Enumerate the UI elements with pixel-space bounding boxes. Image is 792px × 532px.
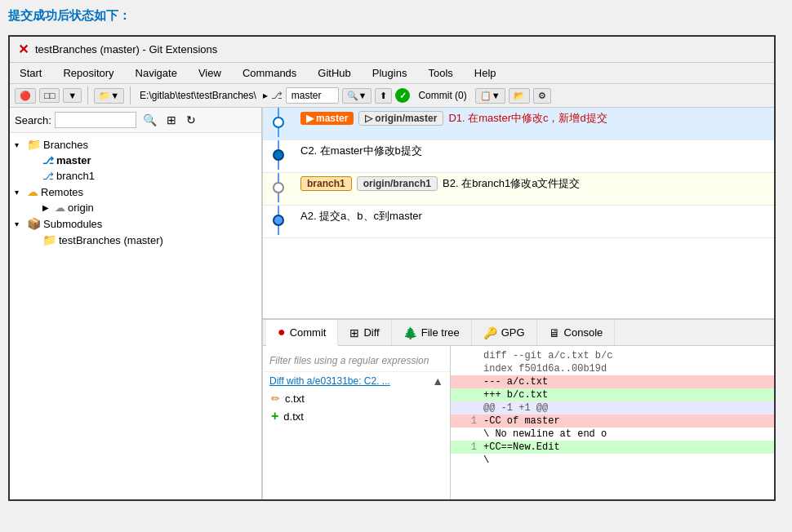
toolbar-push-btn[interactable]: ⬆ [375,88,392,104]
menu-tools[interactable]: Tools [425,65,456,81]
branch1-label: branch1 [56,170,95,182]
menu-plugins[interactable]: Plugins [369,65,411,81]
filetree-icon: 🌲 [403,326,417,339]
commit-dot-icon: ● [278,325,286,339]
toolbar-fetch-btn[interactable]: 🔍▼ [342,88,372,104]
tab-bar: ● Commit ⊞ Diff 🌲 File tree 🔑 GPG [263,320,774,346]
window-title: testBranches (master) - Git Extensions [35,43,217,55]
toolbar-btn-2[interactable]: □□ [39,88,60,103]
search-options-icon[interactable]: ⊞ [163,113,180,127]
tree-panel: ▾ 📁 Branches ⎇ master ⎇ branch1 ▾ ☁ Remo… [10,133,261,499]
diff-line-num: 1 [457,441,477,453]
tab-console-label: Console [564,326,603,339]
graph-svg-4 [266,206,291,235]
svg-point-7 [274,215,283,225]
toolbar-btn-3[interactable]: ▼ [63,88,82,103]
toolbar-btn-folder[interactable]: 📁▼ [94,88,124,104]
table-row[interactable]: C2. 在master中修改b提交 [263,140,774,173]
toolbar-sep-2 [130,86,131,104]
svg-point-3 [274,150,283,160]
toolbar-btn-1[interactable]: 🔴 [15,88,36,104]
graph-cell-2 [263,140,294,173]
search-input[interactable] [55,112,136,128]
menu-repository[interactable]: Repository [60,65,117,81]
right-panel: ▶ master ▷ origin/master D1. 在master中修改c… [263,108,774,499]
remotes-label: Remotes [41,186,83,198]
diff-panel: diff --git a/c.txt b/c index f501d6a..00… [451,346,774,499]
diff-line: 1 +CC==New.Edit [451,441,774,454]
label-branch1: branch1 [300,176,352,191]
commit-message-4: A2. 提交a、b、c到master [300,209,422,224]
tree-submodules-root[interactable]: ▾ 📦 Submodules [10,215,261,232]
svg-point-1 [274,117,283,127]
menu-github[interactable]: GitHub [314,65,354,81]
graph-svg-3 [266,173,291,202]
search-refresh-icon[interactable]: ↻ [183,113,199,127]
toolbar-branch-text: master [291,90,322,101]
toolbar-branch-dropdown[interactable]: master [286,87,339,104]
tab-console[interactable]: 🖥 Console [537,320,616,345]
diff-line-num [457,454,477,466]
diff-with-text[interactable]: Diff with a/e03131be: C2. ... [269,375,390,387]
master-branch-icon: ⎇ [42,155,54,166]
table-row[interactable]: branch1 origin/branch1 B2. 在branch1修改a文件… [263,173,774,206]
menu-bar: Start Repository Navigate View Commands … [10,63,774,84]
commit-row-1-labels: ▶ master ▷ origin/master D1. 在master中修改c… [294,108,774,129]
tree-testbranches-submodule[interactable]: 📁 testBranches (master) [10,232,261,248]
table-row[interactable]: A2. 提交a、b、c到master [263,206,774,238]
table-row[interactable]: ▶ master ▷ origin/master D1. 在master中修改c… [263,108,774,140]
file-list-panel: Filter files using a regular expression … [263,346,451,499]
commit-row-2-labels: C2. 在master中修改b提交 [294,140,774,162]
diff-line-num [457,428,477,440]
label-master: ▶ master [300,112,354,125]
list-item[interactable]: + d.txt [263,407,450,425]
collapse-icon[interactable]: ▲ [432,375,443,388]
tab-commit[interactable]: ● Commit [266,320,338,346]
diff-line-text: -CC of master [483,415,560,427]
page-title: 提交成功后状态如下： [8,8,784,24]
branch1-icon: ⎇ [42,171,54,182]
main-area: Search: 🔍 ⊞ ↻ ▾ 📁 Branches ⎇ master [10,108,774,499]
diff-line-num [457,402,477,414]
search-bar: Search: 🔍 ⊞ ↻ [10,108,261,133]
testbranches-label: testBranches (master) [59,234,163,246]
diff-line-text: index f501d6a..00b19d [483,363,607,375]
commit-message-3: B2. 在branch1修改a文件提交 [443,176,580,191]
menu-commands[interactable]: Commands [239,65,300,81]
search-label: Search: [15,114,51,126]
tab-gpg[interactable]: 🔑 GPG [472,320,537,345]
graph-svg-1 [266,108,291,137]
tab-diff[interactable]: ⊞ Diff [338,320,391,345]
tree-origin[interactable]: ▶ ☁ origin [10,200,261,215]
toolbar-commit-label[interactable]: Commit (0) [413,88,471,103]
graph-cell-1 [263,108,294,140]
diff-line-text: @@ -1 +1 @@ [483,402,548,414]
tree-remotes-root[interactable]: ▾ ☁ Remotes [10,184,261,200]
diff-line: index f501d6a..00b19d [451,362,774,375]
file-d-txt: d.txt [283,410,304,423]
search-icon[interactable]: 🔍 [140,113,160,127]
toolbar-stash-btn[interactable]: 📋▼ [475,88,505,104]
diff-icon: ⊞ [349,326,359,339]
diff-line-num [457,376,477,388]
tree-branch1[interactable]: ⎇ branch1 [10,168,261,184]
commit-message-2: C2. 在master中修改b提交 [300,144,422,158]
label-origin-branch1: origin/branch1 [357,176,438,191]
commit-row-4-labels: A2. 提交a、b、c到master [294,206,774,227]
toolbar-folder-btn[interactable]: 📂 [509,88,530,104]
menu-start[interactable]: Start [16,65,45,81]
list-item[interactable]: ✏ c.txt [263,390,450,407]
bottom-tabs: ● Commit ⊞ Diff 🌲 File tree 🔑 GPG [263,320,774,499]
toolbar-gear-btn[interactable]: ⚙ [533,88,551,104]
graph-cell-4 [263,206,294,238]
diff-line-num: 1 [457,415,477,427]
diff-line-num [457,389,477,401]
tab-gpg-label: GPG [501,326,525,339]
menu-view[interactable]: View [195,65,225,81]
menu-help[interactable]: Help [471,65,500,81]
menu-navigate[interactable]: Navigate [132,65,180,81]
toolbar-sep-1 [87,86,88,104]
tree-branches-root[interactable]: ▾ 📁 Branches [10,136,261,153]
tab-filetree[interactable]: 🌲 File tree [392,320,472,345]
tree-master-branch[interactable]: ⎇ master [10,153,261,168]
